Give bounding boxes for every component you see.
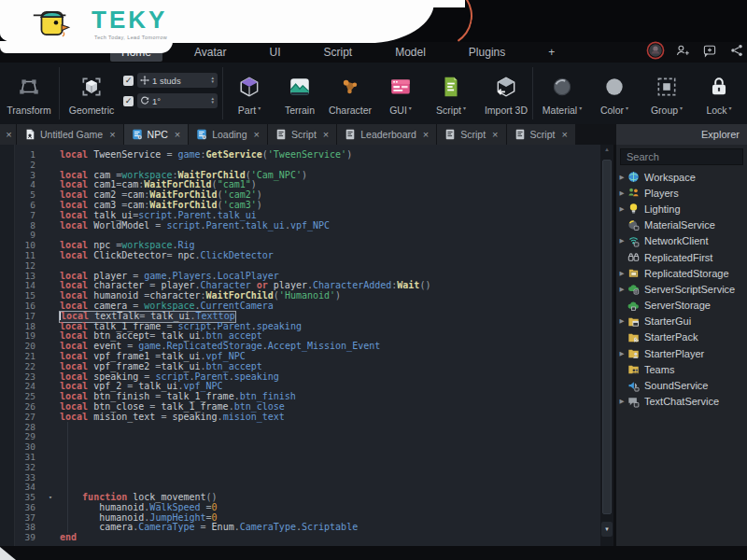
code-line[interactable]: 31 bbox=[0, 453, 600, 463]
expand-arrow-icon[interactable]: ▶ bbox=[616, 174, 627, 181]
account-avatar-button[interactable] bbox=[647, 44, 664, 61]
code-line[interactable]: 30 bbox=[0, 442, 600, 453]
snap-value-field[interactable]: 1 studs▲▼ bbox=[137, 73, 218, 88]
explorer-item-serverstorage[interactable]: ServerStorage bbox=[616, 298, 747, 314]
code-line[interactable]: 1local TweenService = game:GetService('T… bbox=[0, 150, 600, 161]
snap-checkbox[interactable]: ✓ bbox=[123, 76, 134, 86]
comments-button[interactable] bbox=[701, 44, 718, 61]
ribbon-script-button[interactable]: Script▾ bbox=[426, 63, 476, 124]
code-line[interactable]: 8local WorldModel = script.Parent.talk_u… bbox=[0, 221, 600, 231]
snap-value-field[interactable]: 1°▲▼ bbox=[137, 93, 218, 108]
expand-arrow-icon[interactable]: ▶ bbox=[616, 237, 627, 245]
close-tab-icon[interactable]: × bbox=[561, 129, 567, 140]
explorer-search-input[interactable] bbox=[620, 148, 743, 165]
menu-tab-plugins[interactable]: Plugins bbox=[458, 43, 516, 62]
doc-tab-leaderboard[interactable]: Leaderboard× bbox=[337, 124, 436, 145]
expand-arrow-icon[interactable]: ▶ bbox=[616, 286, 627, 293]
brand-corner-decoration bbox=[0, 547, 16, 560]
line-number: 22 bbox=[0, 362, 41, 372]
doc-tab-loading[interactable]: Loading× bbox=[189, 124, 267, 145]
doc-tab-script[interactable]: Script× bbox=[507, 124, 575, 145]
code-line[interactable]: 33 bbox=[0, 473, 600, 483]
expand-arrow-icon[interactable]: ▶ bbox=[616, 205, 627, 213]
fold-arrow-icon[interactable]: ▾ bbox=[41, 493, 60, 503]
code-line[interactable]: 39end bbox=[0, 533, 600, 543]
ribbon-group-button[interactable]: Group▾ bbox=[641, 63, 693, 124]
close-tab-icon[interactable]: × bbox=[423, 129, 429, 140]
expand-arrow-icon[interactable]: ▶ bbox=[616, 350, 627, 357]
ribbon-character-button[interactable]: Character bbox=[325, 63, 375, 124]
ribbon-color-button[interactable]: Color▾ bbox=[588, 63, 641, 124]
part-icon bbox=[237, 70, 261, 104]
ribbon-terrain-button[interactable]: Terrain bbox=[275, 63, 325, 124]
code-line[interactable]: 27local mision_text = speaking.mision_te… bbox=[0, 413, 600, 423]
doc-tab-script[interactable]: Script× bbox=[268, 124, 336, 145]
expand-arrow-icon[interactable]: ▶ bbox=[616, 189, 627, 197]
teky-duck-logo-icon bbox=[32, 6, 80, 45]
code-line[interactable]: 38 camera.CameraType = Enum.CameraType.S… bbox=[0, 523, 600, 533]
explorer-item-replicatedstorage[interactable]: ▶ReplicatedStorage bbox=[616, 265, 747, 281]
ribbon-lock-button[interactable]: Lock▾ bbox=[693, 63, 745, 124]
explorer-item-soundservice[interactable]: SoundService bbox=[616, 377, 747, 393]
doc-tab-partial[interactable]: × bbox=[0, 124, 16, 145]
ribbon-transform-button[interactable]: Transform bbox=[0, 63, 58, 124]
fold-column bbox=[41, 241, 60, 251]
code-line[interactable]: 32 bbox=[0, 463, 600, 473]
scroll-up-icon[interactable]: ▲ bbox=[600, 147, 613, 152]
ribbon-import-3d-button[interactable]: Import 3D bbox=[476, 63, 536, 124]
script-doc-icon bbox=[345, 129, 356, 140]
ribbon-part-button[interactable]: Part▾ bbox=[224, 63, 275, 124]
dropdown-caret-icon: ▾ bbox=[258, 105, 261, 111]
explorer-item-starterplayer[interactable]: ▶StarterPlayer bbox=[616, 345, 747, 361]
code-line[interactable]: 29 bbox=[0, 432, 600, 442]
explorer-item-players[interactable]: ▶Players bbox=[616, 185, 747, 201]
explorer-item-lighting[interactable]: ▶Lighting bbox=[616, 201, 747, 217]
explorer-item-serverscriptservice[interactable]: ▶ServerScriptService bbox=[616, 281, 747, 297]
ribbon-material-button[interactable]: Material▾ bbox=[536, 63, 588, 124]
stepper-arrows[interactable]: ▲▼ bbox=[211, 97, 215, 105]
explorer-item-startergui[interactable]: ▶StarterGui bbox=[616, 314, 747, 329]
explorer-item-materialservice[interactable]: MaterialService bbox=[616, 217, 747, 233]
code-line[interactable]: 11local ClickDetector= npc.ClickDetector bbox=[0, 251, 600, 261]
fold-column bbox=[41, 272, 60, 282]
expand-arrow-icon[interactable]: ▶ bbox=[616, 398, 627, 405]
explorer-item-starterpack[interactable]: StarterPack bbox=[616, 329, 747, 345]
fold-column bbox=[41, 221, 60, 231]
explorer-item-replicatedfirst[interactable]: ReplicatedFirst bbox=[616, 249, 747, 265]
ribbon-gui-button[interactable]: GUI▾ bbox=[375, 63, 426, 124]
doc-tab-npc[interactable]: NPC× bbox=[124, 124, 189, 145]
scroll-down-icon[interactable]: ▼ bbox=[601, 522, 613, 537]
share-button[interactable] bbox=[728, 44, 745, 61]
material-icon bbox=[550, 70, 574, 104]
terrain-icon bbox=[288, 70, 312, 104]
snap-checkbox[interactable]: ✓ bbox=[123, 96, 134, 106]
close-tab-icon[interactable]: × bbox=[109, 129, 115, 140]
fold-column bbox=[41, 453, 60, 463]
doc-tab-untitled-game[interactable]: Untitled Game× bbox=[17, 124, 123, 145]
sound-icon bbox=[627, 380, 641, 392]
import3d-icon bbox=[494, 70, 518, 104]
dropdown-caret-icon: ▾ bbox=[579, 105, 582, 111]
script-editor[interactable]: 1local TweenService = game:GetService('T… bbox=[0, 145, 600, 546]
close-tab-icon[interactable]: × bbox=[323, 129, 329, 140]
doc-tab-script[interactable]: Script× bbox=[437, 124, 505, 145]
transform-icon bbox=[17, 70, 41, 104]
explorer-item-teams[interactable]: Teams bbox=[616, 361, 747, 377]
menu-tab-plus[interactable]: + bbox=[537, 43, 566, 62]
ribbon-geometric-button[interactable]: Geometric bbox=[62, 63, 121, 124]
scrollbar-thumb[interactable] bbox=[602, 160, 612, 514]
expand-arrow-icon[interactable]: ▶ bbox=[616, 270, 627, 277]
add-collaborator-button[interactable] bbox=[674, 44, 691, 61]
explorer-item-workspace[interactable]: ▶Workspace bbox=[616, 169, 747, 185]
close-tab-icon[interactable]: × bbox=[254, 129, 260, 140]
fold-column bbox=[41, 312, 60, 322]
stepper-arrows[interactable]: ▲▼ bbox=[211, 77, 215, 84]
explorer-item-textchatservice[interactable]: ▶TextChatService bbox=[616, 394, 747, 410]
close-tab-icon[interactable]: × bbox=[492, 129, 498, 140]
explorer-item-networkclient[interactable]: ▶NetworkClient bbox=[616, 233, 747, 249]
expand-arrow-icon[interactable]: ▶ bbox=[616, 317, 627, 325]
close-tab-icon[interactable]: × bbox=[175, 129, 180, 140]
close-tab-icon[interactable]: × bbox=[6, 129, 11, 140]
editor-scrollbar[interactable]: ▲ ▼ bbox=[600, 145, 613, 546]
code-line[interactable]: 28 bbox=[0, 423, 600, 433]
